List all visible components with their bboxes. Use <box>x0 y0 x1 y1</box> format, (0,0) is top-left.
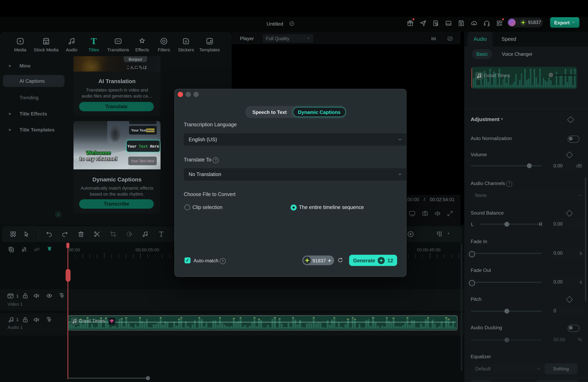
balance-slider[interactable] <box>480 224 540 225</box>
reset-button[interactable]: Reset <box>471 380 491 382</box>
close-window-button[interactable] <box>178 92 183 97</box>
share-icon[interactable] <box>419 19 427 27</box>
audio-channels-select[interactable]: None <box>471 190 586 201</box>
translate-to-select[interactable]: No Translation <box>184 168 407 181</box>
snap-magnet-icon[interactable] <box>46 246 53 253</box>
split-scissors-icon[interactable] <box>93 230 101 238</box>
sidebar-item-ai-captions[interactable]: AI Captions <box>3 75 64 87</box>
snapshot-camera-icon[interactable] <box>421 210 429 217</box>
equalizer-setting-button[interactable]: Setting <box>545 363 578 374</box>
audio-channels-help-icon[interactable]: ? <box>506 181 512 187</box>
subtab-basic[interactable]: Basic <box>472 49 492 59</box>
zoom-window-button[interactable] <box>194 92 199 97</box>
support-headset-icon[interactable] <box>483 19 491 27</box>
automatch-help-icon[interactable]: ? <box>220 258 226 264</box>
voiceover-mic-icon[interactable] <box>59 292 66 300</box>
fullscreen-expand-icon[interactable] <box>447 210 453 217</box>
fade-out-slider[interactable] <box>471 282 542 283</box>
credits-balance-pill[interactable]: 91837 + <box>302 256 334 265</box>
crop-icon[interactable] <box>110 230 117 238</box>
mute-track-icon[interactable] <box>33 316 40 324</box>
ungroup-clips-icon[interactable] <box>33 246 41 253</box>
ducking-slider-knob[interactable] <box>504 337 509 342</box>
tab-speech-to-text[interactable]: Speech to Text <box>246 109 293 115</box>
volume-slider-knob[interactable] <box>527 163 532 168</box>
gift-icon[interactable] <box>407 19 414 27</box>
sidebar-item-title-templates[interactable]: ▶ Title Templates <box>3 124 64 136</box>
tab-dynamic-captions[interactable]: Dynamic Captions <box>293 108 345 116</box>
audio-clip-good-times[interactable]: Good Times <box>68 315 457 330</box>
collapse-panel-button[interactable]: ‹ <box>55 211 61 217</box>
keyframe-panel-button[interactable]: Keyframe Panel <box>536 380 578 382</box>
pitch-slider-knob[interactable] <box>504 309 509 313</box>
hide-track-icon[interactable] <box>46 292 53 300</box>
transcription-language-select[interactable]: English (US) <box>184 134 407 146</box>
timeline-h-scrollbar[interactable] <box>68 378 148 379</box>
fade-in-slider-knob[interactable] <box>469 251 475 257</box>
sidebar-item-trending[interactable]: Trending <box>3 92 64 103</box>
asset-panel-icon[interactable] <box>9 230 17 238</box>
fade-in-value-box[interactable]: 0.00s <box>550 248 586 259</box>
clip-volume-knob[interactable] <box>549 73 553 77</box>
section-collapse-caret[interactable]: ▼ <box>500 117 504 121</box>
adjustment-keyframe-icon[interactable] <box>567 116 574 123</box>
select-tool-icon[interactable] <box>23 230 30 238</box>
ducking-value-box[interactable]: 50.00% <box>550 334 586 345</box>
audio-clip-preview[interactable]: Good Times <box>471 67 577 89</box>
avatar[interactable] <box>508 19 516 26</box>
link-clips-icon[interactable] <box>20 246 28 253</box>
panel-scrollbar[interactable] <box>585 178 586 301</box>
clip-volume-line[interactable] <box>68 322 456 323</box>
fade-out-value-box[interactable]: 0.00s <box>550 277 586 287</box>
audio-ducking-toggle[interactable] <box>568 325 579 332</box>
module-tab-templates[interactable]: Templates <box>193 37 227 53</box>
translate-to-help-icon[interactable]: ? <box>213 157 219 163</box>
display-output-icon[interactable] <box>408 210 416 217</box>
balance-value-box[interactable]: 0.00 <box>550 219 586 229</box>
pitch-value-box[interactable]: 0 <box>550 306 586 316</box>
radio-clip-selection-label[interactable]: Clip selection <box>192 205 223 210</box>
apps-grid-icon[interactable] <box>496 19 504 27</box>
automatch-checkbox[interactable]: ✓ <box>185 257 190 263</box>
add-track-icon[interactable] <box>407 230 414 238</box>
media-chart-icon[interactable] <box>447 35 453 42</box>
lock-track-icon[interactable] <box>22 292 29 300</box>
track-manager-icon[interactable] <box>435 230 443 238</box>
playhead-head[interactable] <box>66 243 69 248</box>
track-manager-caret[interactable]: ▼ <box>447 232 450 235</box>
sidebar-item-title-effects[interactable]: ▶ Title Effects <box>3 108 64 119</box>
balance-keyframe-icon[interactable] <box>566 210 573 217</box>
layout-icon[interactable] <box>445 19 452 27</box>
subtab-voice-changer[interactable]: Voice Changer <box>497 49 537 59</box>
auto-normalization-toggle[interactable] <box>568 136 579 143</box>
volume-keyframe-icon[interactable] <box>566 152 573 158</box>
mask-icon[interactable] <box>126 230 133 238</box>
add-credits-plus[interactable]: + <box>328 257 331 264</box>
quality-select[interactable]: Full Quality <box>263 34 314 43</box>
fade-in-slider[interactable] <box>471 253 542 254</box>
clip-volume-line[interactable] <box>552 75 576 76</box>
view-layout-icon[interactable] <box>430 35 437 42</box>
undo-icon[interactable] <box>45 230 53 238</box>
transcribe-button[interactable]: Transcribe <box>79 199 154 209</box>
timeline-v-scrollbar[interactable] <box>461 244 462 371</box>
balance-slider-knob[interactable] <box>504 222 509 227</box>
mute-speaker-icon[interactable] <box>434 210 441 217</box>
translate-button[interactable]: Translate <box>79 102 154 111</box>
redo-icon[interactable] <box>61 230 69 238</box>
refresh-credits-icon[interactable] <box>337 257 344 263</box>
timeline-h-scrollbar-knob[interactable] <box>146 376 150 381</box>
fade-out-slider-knob[interactable] <box>469 280 475 286</box>
voiceover-mic-icon[interactable] <box>46 316 53 324</box>
radio-entire-timeline[interactable] <box>291 205 297 210</box>
equalizer-select[interactable]: Default <box>471 363 545 374</box>
pitch-keyframe-icon[interactable] <box>566 296 573 303</box>
generate-button[interactable]: Generate 12 <box>349 255 397 266</box>
account-credits-pill[interactable]: 91837 <box>507 18 543 27</box>
mute-track-icon[interactable] <box>33 292 40 300</box>
volume-value-box[interactable]: 0.00dB <box>550 161 586 171</box>
save-icon[interactable] <box>458 19 465 27</box>
cloud-icon[interactable] <box>470 19 478 27</box>
tab-speed[interactable]: Speed <box>498 32 520 46</box>
automatch-label[interactable]: Auto-match <box>194 258 219 263</box>
